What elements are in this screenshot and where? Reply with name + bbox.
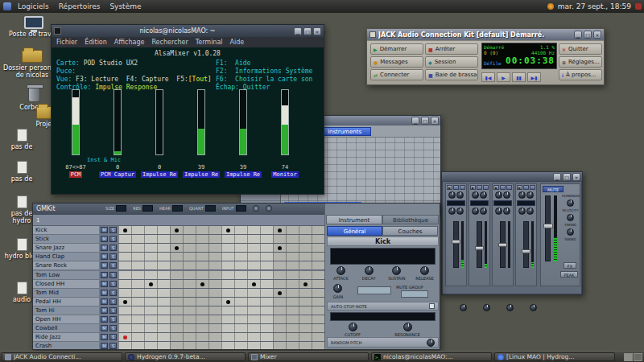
note-grid-row[interactable] [118,235,324,244]
fader-handle[interactable] [498,243,507,247]
note[interactable] [303,282,308,286]
instrument-name[interactable]: Crash [33,342,99,350]
menu-syst-me[interactable]: Système [109,2,141,10]
jack-d-marrer-button[interactable]: ▶Démarrer [370,43,423,55]
selected-note[interactable] [123,335,127,339]
strip-gain-knob[interactable] [506,304,514,311]
menu-logiciels[interactable]: Logiciels [18,2,49,10]
solo-button[interactable]: S [109,272,117,278]
strip-mute-button[interactable] [523,185,529,190]
terminal-menu-fichier[interactable]: Fichier [56,39,77,46]
hear-toggle-button[interactable] [253,205,259,212]
strip-solo-button[interactable] [506,185,512,190]
strip-fader[interactable] [523,221,529,268]
mute-button[interactable]: M [101,316,108,323]
jack-baie-de-brassage-button[interactable]: ■Baie de brassage [425,69,478,80]
workspace-1[interactable] [624,353,633,361]
maximize-icon[interactable]: □ [421,117,429,125]
decay-knob[interactable] [365,266,374,275]
solo-button[interactable]: S [109,262,117,269]
play-sample-button[interactable]: ▶ [470,185,476,190]
instrument-name[interactable]: Tom Hi [33,306,99,315]
pan-knob[interactable] [472,191,479,199]
hear-lcd[interactable] [172,205,183,212]
close-icon[interactable]: × [431,117,439,125]
note-grid-row[interactable] [118,261,324,270]
taskbar-item-jack-audio-connecti[interactable]: JACK Audio Connecti... [2,352,122,361]
solo-button[interactable]: S [109,325,117,331]
note[interactable] [226,300,230,304]
fx-send-knob[interactable] [480,191,487,199]
volume-bar[interactable] [155,89,163,155]
applications-menu-icon[interactable] [3,2,11,10]
note[interactable] [278,291,282,295]
fx-send-knob[interactable] [456,208,464,215]
fader-handle[interactable] [475,246,484,250]
jack-quitter-button[interactable]: ×Quitter [559,43,602,55]
fader-handle[interactable] [452,240,460,244]
note-grid-row[interactable] [118,244,324,253]
pan-knob[interactable] [518,191,526,199]
attack-knob[interactable] [336,266,345,275]
taskbar-item-mixer[interactable]: Mixer [248,352,369,361]
fx-send-knob[interactable] [480,208,487,215]
jack-propos-button[interactable]: iÀ propos... [559,69,602,80]
skip-back-icon[interactable]: ▮◀ [481,72,495,82]
solo-button[interactable]: S [109,343,117,349]
volume-bar[interactable] [281,89,289,155]
note[interactable] [175,228,179,232]
instrument-name[interactable]: Stick [33,235,99,244]
mute-button[interactable]: M [101,307,108,314]
tray-notification-icon[interactable] [547,3,554,10]
instrument-name[interactable]: Tom Mid [33,289,99,298]
instrument-name[interactable]: Snare Rock [33,261,99,270]
strip-fader[interactable] [477,221,482,268]
minimize-icon[interactable]: ▁ [411,117,419,125]
strip-fader[interactable] [453,221,459,268]
instruments-mode-button[interactable]: Instruments [318,127,371,136]
instrument-name[interactable]: Open HH [33,315,99,324]
fx-send-knob[interactable] [503,208,510,215]
tray-logout-icon[interactable] [635,3,642,10]
note-grid-row[interactable] [118,226,324,235]
minimize-icon[interactable]: ▁ [294,27,302,35]
skip-forward-icon[interactable]: ▶▮ [527,72,541,82]
fx-button[interactable]: FX [564,262,576,269]
menu-r-pertoires[interactable]: Répertoires [59,2,101,10]
instrument-name[interactable]: Kick [33,226,99,235]
minimize-icon[interactable]: ▁ [553,173,561,181]
maximize-icon[interactable]: □ [563,173,571,181]
mute-button[interactable]: M [101,281,108,287]
desktop-file-icon[interactable]: pas de [3,161,40,183]
fx-send-knob[interactable] [503,191,510,199]
mixer-titlebar[interactable]: ▁□× [442,172,582,181]
gain-knob[interactable] [333,284,342,293]
size-lcd[interactable] [116,205,126,212]
master-fader-handle[interactable] [543,224,553,228]
instrument-name[interactable]: Snare Jazz [33,244,99,253]
fx-send-knob[interactable] [456,191,464,199]
jack-messages-button[interactable]: ●Messages [370,56,423,68]
peak-button[interactable]: PEAK [560,271,578,278]
note-grid-row[interactable] [118,289,324,298]
note-grid-row[interactable] [118,315,324,324]
solo-button[interactable]: S [109,298,117,305]
mute-button[interactable]: M [101,334,108,340]
subtab-g-n-ral[interactable]: Général [327,226,382,236]
note[interactable] [149,282,153,286]
mute-button[interactable]: M [101,290,108,296]
strip-solo-button[interactable] [483,185,489,190]
subtab-couches[interactable]: Couches [382,226,438,236]
instrument-name[interactable]: Hand Clap [33,253,99,261]
play-sample-button[interactable]: ▶ [493,185,499,190]
solo-button[interactable]: S [109,245,117,251]
jack-r-glages-button[interactable]: ≡Réglages... [559,56,602,68]
mute-button[interactable]: M [101,236,108,242]
pan-knob[interactable] [448,191,456,199]
master-mute-button[interactable]: MUTE [543,186,564,192]
terminal-menu-affichage[interactable]: Affichage [114,39,145,46]
timing-knob[interactable] [567,214,574,221]
mute-button[interactable]: M [101,253,108,260]
velocity-knob[interactable] [567,200,574,207]
play-sample-button[interactable]: ▶ [447,185,452,190]
